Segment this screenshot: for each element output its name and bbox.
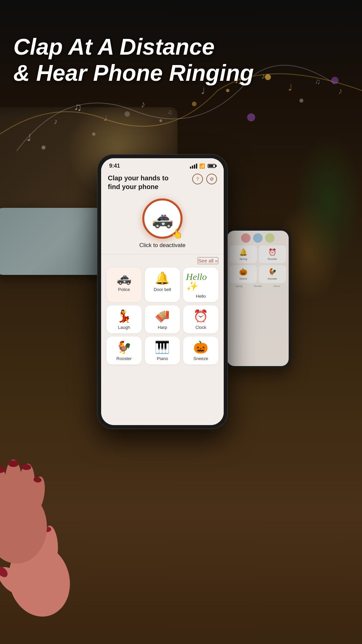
bg-phone-circles bbox=[230, 233, 286, 243]
rooster-sound-emoji: 🐓 bbox=[117, 341, 132, 353]
clapping-hands bbox=[0, 460, 114, 627]
sound-item-hello[interactable]: Hello ✨ Hello bbox=[183, 268, 218, 302]
settings-button[interactable]: ⚙ bbox=[206, 174, 217, 184]
status-time: 9:41 bbox=[109, 163, 120, 169]
battery-icon bbox=[208, 164, 216, 168]
sound-item-harp[interactable]: 🪗 Harp bbox=[145, 305, 180, 333]
rooster-sound-label: Rooster bbox=[117, 356, 132, 361]
active-sound-section: 🚓 👆 Click to deactivate bbox=[101, 195, 224, 254]
piano-sound-label: Piano bbox=[157, 356, 168, 361]
wifi-icon: 📶 bbox=[199, 163, 205, 169]
sound-item-police[interactable]: 🚓 Police bbox=[106, 268, 142, 302]
sound-item-doorbell[interactable]: 🔔 Door bell bbox=[145, 268, 180, 302]
app-header: Clap your hands to find your phone ? ⚙ bbox=[101, 171, 224, 195]
see-all-row: See all » bbox=[106, 256, 218, 268]
doorbell-sound-emoji: 🔔 bbox=[155, 272, 170, 284]
police-activate-button[interactable]: 🚓 👆 bbox=[142, 198, 183, 239]
harp-sound-emoji: 🪗 bbox=[155, 310, 170, 322]
deactivate-label: Click to deactivate bbox=[139, 242, 186, 249]
hero-title: Clap At A Distance & Hear Phone Ringing bbox=[13, 34, 254, 86]
circle-dot-2 bbox=[253, 233, 263, 243]
cursor-icon: 👆 bbox=[171, 228, 183, 239]
bg-phone-item-1: 🔔 Spring bbox=[230, 245, 257, 263]
laugh-sound-label: Laugh bbox=[118, 325, 130, 330]
clock-sound-label: Clock bbox=[195, 325, 206, 330]
police-emoji: 🚓 bbox=[152, 210, 173, 227]
status-bar: 9:41 📶 bbox=[101, 158, 224, 171]
clock-sound-emoji: ⏰ bbox=[193, 310, 208, 322]
sneeze-sound-label: Sneeze bbox=[194, 356, 208, 361]
status-icons: 📶 bbox=[190, 163, 216, 169]
harp-sound-label: Harp bbox=[158, 325, 167, 330]
hello-sound-label: Hello bbox=[196, 294, 206, 299]
circle-dot-3 bbox=[265, 233, 275, 243]
main-phone-container: 9:41 📶 Clap your hands to find y bbox=[97, 154, 228, 429]
phone-screen: 9:41 📶 Clap your hands to find y bbox=[101, 158, 224, 425]
app-title: Clap your hands to find your phone bbox=[108, 174, 182, 191]
sneeze-sound-emoji: 🎃 bbox=[193, 341, 208, 353]
hello-sound-emoji: Hello ✨ bbox=[186, 272, 216, 291]
svg-point-40 bbox=[8, 460, 19, 467]
sound-item-clock[interactable]: ⏰ Clock bbox=[183, 305, 218, 333]
background-phone: 🔔 Spring ⏰ Rooster 🎃 Horror 🐓 Rooster Sp… bbox=[224, 228, 291, 369]
piano-sound-emoji: 🎹 bbox=[155, 341, 170, 353]
sound-item-rooster[interactable]: 🐓 Rooster bbox=[106, 337, 142, 364]
sound-item-laugh[interactable]: 💃 Laugh bbox=[106, 305, 142, 333]
sound-item-sneeze[interactable]: 🎃 Sneeze bbox=[183, 337, 218, 364]
laugh-sound-emoji: 💃 bbox=[117, 310, 132, 322]
signal-bars-icon bbox=[190, 164, 197, 169]
sound-grid: 🚓 Police 🔔 Door bell Hello ✨ Hello bbox=[106, 268, 218, 364]
bg-phone-item-2: ⏰ Rooster bbox=[259, 245, 286, 263]
doorbell-sound-label: Door bell bbox=[154, 287, 171, 292]
sound-list-section: See all » 🚓 Police 🔔 Door bell bbox=[101, 256, 224, 425]
see-all-button[interactable]: See all » bbox=[198, 257, 218, 264]
divider bbox=[101, 254, 224, 254]
bg-phone-item-3: 🎃 Horror bbox=[230, 265, 257, 283]
sound-item-piano[interactable]: 🎹 Piano bbox=[145, 337, 180, 364]
hands-svg bbox=[0, 460, 114, 621]
circle-dot-1 bbox=[241, 233, 250, 243]
police-sound-emoji: 🚓 bbox=[117, 272, 132, 284]
bg-phone-nav: Spring Rooster Horror bbox=[230, 285, 286, 289]
phone-mockup: 9:41 📶 Clap your hands to find y bbox=[97, 154, 228, 429]
header-icons: ? ⚙ bbox=[192, 174, 217, 184]
chevron-right-icon: » bbox=[215, 258, 218, 264]
police-sound-label: Police bbox=[118, 287, 130, 292]
bg-phone-mockup: 🔔 Spring ⏰ Rooster 🎃 Horror 🐓 Rooster Sp… bbox=[224, 228, 291, 369]
bg-phone-item-4: 🐓 Rooster bbox=[259, 265, 286, 283]
hero-text-block: Clap At A Distance & Hear Phone Ringing bbox=[13, 34, 254, 86]
svg-point-39 bbox=[0, 466, 6, 474]
bg-phone-screen: 🔔 Spring ⏰ Rooster 🎃 Horror 🐓 Rooster Sp… bbox=[227, 231, 289, 366]
help-button[interactable]: ? bbox=[192, 174, 203, 184]
bg-phone-sound-grid: 🔔 Spring ⏰ Rooster 🎃 Horror 🐓 Rooster bbox=[230, 245, 286, 283]
